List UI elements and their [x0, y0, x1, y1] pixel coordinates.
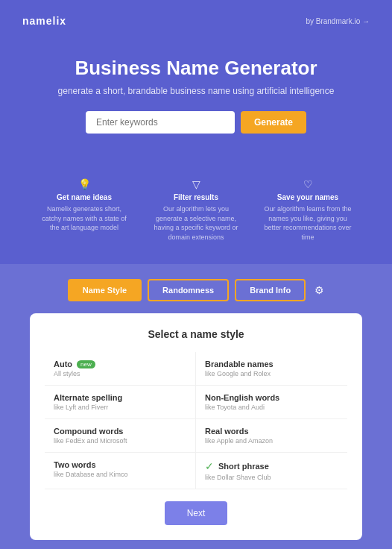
- style-tabs: Name Style Randomness Brand Info ⚙: [15, 279, 377, 301]
- option-spelling-name: Alternate spelling: [54, 393, 122, 402]
- option-auto-name: Auto: [54, 360, 72, 368]
- option-brandable-name: Brandable names: [205, 360, 274, 368]
- feature-ideas-title: Get name ideas: [39, 193, 129, 201]
- option-auto-badge: new: [77, 360, 95, 368]
- checkmark-icon: ✓: [205, 460, 214, 472]
- hero-features: 💡 Get name ideas Namelix generates short…: [22, 171, 370, 242]
- feature-ideas-desc: Namelix generates short, catchy names wi…: [39, 204, 129, 233]
- feature-save: ♡ Save your names Our algorithm learns f…: [263, 178, 353, 242]
- option-real-words-name: Real words: [205, 427, 249, 436]
- option-compound[interactable]: Compound words like FedEx and Microsoft: [45, 419, 196, 453]
- feature-save-title: Save your names: [263, 193, 353, 201]
- filter-icon: ▽: [151, 178, 241, 190]
- hero-title: Business Name Generator: [22, 57, 370, 80]
- feature-filter-title: Filter results: [151, 193, 241, 201]
- settings-icon[interactable]: ⚙: [314, 284, 324, 296]
- option-auto[interactable]: Auto new All styles: [45, 352, 196, 386]
- feature-save-desc: Our algorithm learns from the names you …: [263, 204, 353, 242]
- tab-name-style[interactable]: Name Style: [68, 279, 142, 301]
- generate-button[interactable]: Generate: [241, 111, 306, 134]
- site-logo: namelix: [22, 15, 66, 27]
- option-short-phrase[interactable]: ✓ Short phrase like Dollar Shave Club: [196, 453, 347, 489]
- hero-content: Business Name Generator generate a short…: [22, 49, 370, 171]
- keyword-input[interactable]: [86, 111, 235, 134]
- option-spelling-example: like Lyft and Fiverr: [54, 404, 186, 411]
- option-short-phrase-example: like Dollar Shave Club: [205, 474, 338, 481]
- feature-filter: ▽ Filter results Our algorithm lets you …: [151, 178, 241, 242]
- option-compound-name: Compound words: [54, 427, 124, 436]
- brand-link[interactable]: by Brandmark.io →: [306, 17, 370, 25]
- option-compound-example: like FedEx and Microsoft: [54, 437, 186, 445]
- feature-filter-desc: Our algorithm lets you generate a select…: [151, 204, 241, 242]
- style-options-grid: Auto new All styles Brandable names like…: [45, 352, 347, 489]
- option-two-words-example: like Database and Kimco: [54, 471, 186, 478]
- option-brandable-example: like Google and Rolex: [205, 370, 338, 377]
- option-two-words-name: Two words: [54, 460, 96, 469]
- style-card: Select a name style Auto new All styles …: [30, 313, 362, 540]
- lightbulb-icon: 💡: [39, 178, 129, 190]
- option-brandable[interactable]: Brandable names like Google and Rolex: [196, 352, 347, 386]
- option-spelling[interactable]: Alternate spelling like Lyft and Fiverr: [45, 386, 196, 419]
- style-section: Name Style Randomness Brand Info ⚙ Selec…: [0, 264, 392, 549]
- option-non-english-name: Non-English words: [205, 393, 279, 402]
- style-card-title: Select a name style: [45, 328, 347, 340]
- option-real-words[interactable]: Real words like Apple and Amazon: [196, 419, 347, 453]
- hero-search-row: Generate: [22, 111, 370, 134]
- feature-ideas: 💡 Get name ideas Namelix generates short…: [39, 178, 129, 242]
- hero-section: namelix by Brandmark.io → Business Name …: [0, 0, 392, 264]
- option-real-words-example: like Apple and Amazon: [205, 437, 338, 445]
- tab-randomness[interactable]: Randomness: [148, 279, 229, 301]
- tab-brand-info[interactable]: Brand Info: [235, 279, 306, 301]
- option-two-words[interactable]: Two words like Database and Kimco: [45, 453, 196, 489]
- hero-nav: namelix by Brandmark.io →: [22, 15, 370, 27]
- hero-subtitle: generate a short, brandable business nam…: [22, 86, 370, 96]
- option-auto-example: All styles: [54, 370, 186, 377]
- heart-icon: ♡: [263, 178, 353, 190]
- next-button[interactable]: Next: [165, 501, 228, 525]
- option-non-english-example: like Toyota and Audi: [205, 404, 338, 411]
- option-short-phrase-name: Short phrase: [218, 462, 269, 471]
- option-non-english[interactable]: Non-English words like Toyota and Audi: [196, 386, 347, 419]
